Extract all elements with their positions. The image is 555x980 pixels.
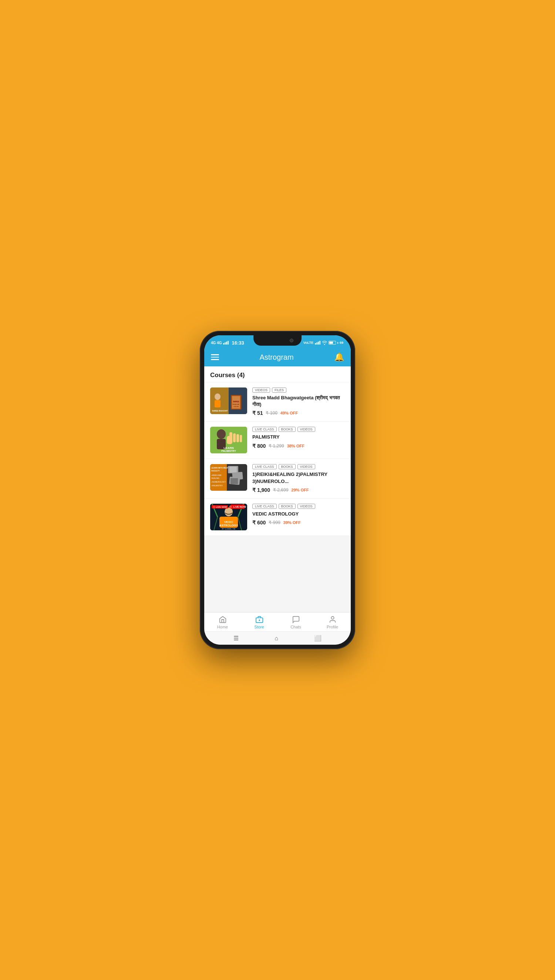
system-menu-button[interactable]: ☰ — [233, 635, 239, 642]
courses-list: SHREE BHAGVAT GEETA SHREE BHAGVAT — [204, 382, 351, 536]
svg-point-14 — [217, 429, 226, 439]
course-price: ₹ 1,900 ₹ 2,699 29% OFF — [252, 487, 345, 493]
courses-heading: Courses (4) — [210, 372, 245, 379]
svg-rect-32 — [229, 467, 237, 473]
courses-section-header: Courses (4) — [204, 366, 351, 382]
tag-liveclass: LIVE CLASS — [252, 427, 277, 432]
home-icon — [219, 616, 227, 624]
svg-text:SHREE: SHREE — [233, 401, 239, 403]
battery-tip — [337, 342, 338, 344]
thumb-art: LEARN WITH BEST FACULTY +REIKI AND HEALI… — [210, 464, 247, 491]
profile-icon — [329, 616, 337, 624]
course-item[interactable]: 🔴 LIVE NOW VEDIC ASTROLOGY BY UJJWAL VID… — [204, 499, 351, 536]
nav-item-home[interactable]: Home — [204, 616, 241, 629]
svg-point-9 — [215, 393, 221, 400]
price-discount: 39% OFF — [284, 520, 301, 525]
nav-label-home: Home — [217, 625, 228, 629]
nav-item-profile[interactable]: Profile — [314, 616, 351, 629]
volte: VoLTE — [303, 341, 313, 345]
nav-item-store[interactable]: Store — [241, 616, 278, 629]
phone-screen: 4G 4G 16:33 VoLTE — [204, 335, 351, 645]
signal-bars — [223, 341, 229, 345]
price-discount: 38% OFF — [287, 444, 305, 448]
course-name: Shree Madd Bhagwatgeeta (श्रीमद् भगवत गी… — [252, 395, 345, 408]
notification-bell-icon[interactable]: 🔔 — [334, 352, 344, 362]
tag-liveclass: LIVE CLASS — [252, 464, 277, 469]
course-thumbnail: SHREE BHAGVAT GEETA SHREE BHAGVAT — [210, 388, 247, 414]
tag-books: BOOKS — [279, 464, 296, 469]
tag-books: BOOKS — [279, 427, 296, 432]
svg-text:HEALING: HEALING — [211, 477, 220, 479]
course-info: VIDEOS FILES Shree Madd Bhagwatgeeta (श्… — [252, 388, 345, 416]
course-item[interactable]: SHREE BHAGVAT GEETA SHREE BHAGVAT — [204, 382, 351, 422]
svg-text:VEDIC: VEDIC — [224, 520, 233, 524]
hamburger-menu-button[interactable] — [211, 354, 219, 360]
course-item[interactable]: LEARN PALMISTRY LIVE CLASS BOOKS VIDEOS … — [204, 422, 351, 459]
battery-level: 69 — [340, 341, 343, 345]
nav-label-store: Store — [254, 625, 264, 629]
svg-rect-18 — [236, 434, 239, 442]
battery-fill — [329, 342, 333, 344]
course-thumbnail: LEARN PALMISTRY — [210, 427, 247, 453]
price-current: ₹ 800 — [252, 443, 266, 449]
time: 16:33 — [232, 340, 244, 346]
app-header: Astrogram 🔔 — [204, 349, 351, 366]
svg-text:PALMISTRY: PALMISTRY — [221, 450, 236, 452]
svg-text:+REIKI AND: +REIKI AND — [211, 474, 221, 476]
svg-text:+NUMEROLOGY: +NUMEROLOGY — [211, 481, 226, 483]
svg-text:GEETA: GEETA — [233, 406, 239, 407]
content-area: Courses (4) — [204, 366, 351, 612]
course-info: LIVE CLASS BOOKS VIDEOS 1)REIKI&HEALING … — [252, 464, 345, 492]
course-tags: LIVE CLASS BOOKS VIDEOS — [252, 427, 345, 432]
store-icon — [255, 616, 263, 624]
svg-rect-17 — [233, 433, 236, 442]
course-tags: LIVE CLASS BOOKS VIDEOS — [252, 464, 345, 469]
course-info: LIVE CLASS BOOKS VIDEOS PALMISTRY ₹ 800 … — [252, 427, 345, 449]
tag-videos: VIDEOS — [252, 388, 270, 393]
price-original: ₹ 2,699 — [273, 488, 288, 492]
price-current: ₹ 51 — [252, 410, 263, 416]
wifi-icon — [322, 341, 327, 345]
status-left: 4G 4G 16:33 — [211, 340, 244, 346]
course-name: 1)REIKI&HEALING 2)PALMISTRY 3)NUMEROLO..… — [252, 471, 345, 484]
price-current: ₹ 1,900 — [252, 487, 270, 493]
tag-files: FILES — [272, 388, 286, 393]
nav-label-profile: Profile — [327, 625, 338, 629]
svg-text:+PALMISTRY: +PALMISTRY — [211, 484, 223, 487]
course-price: ₹ 600 ₹ 999 39% OFF — [252, 520, 345, 526]
svg-rect-10 — [215, 400, 221, 407]
course-price: ₹ 800 ₹ 1,299 38% OFF — [252, 443, 345, 449]
phone-frame: 4G 4G 16:33 VoLTE — [200, 331, 355, 649]
course-name: VEDIC ASTROLOGY — [252, 511, 345, 517]
course-price: ₹ 51 ₹ 100 49% OFF — [252, 410, 345, 416]
svg-rect-19 — [240, 435, 242, 442]
nav-item-chats[interactable]: Chats — [278, 616, 314, 629]
course-tags: LIVE CLASS BOOKS VIDEOS — [252, 504, 345, 509]
thumb-art: SHREE BHAGVAT GEETA SHREE BHAGVAT — [210, 388, 247, 414]
price-original: ₹ 100 — [266, 411, 277, 415]
bottom-navigation: Home Store Chats — [204, 612, 351, 631]
price-discount: 49% OFF — [281, 411, 298, 415]
nav-label-chats: Chats — [290, 625, 301, 629]
tag-books: BOOKS — [279, 504, 296, 509]
thumb-art: LEARN PALMISTRY — [210, 427, 247, 453]
course-tags: VIDEOS FILES — [252, 388, 345, 393]
price-original: ₹ 1,299 — [269, 443, 284, 449]
system-back-button[interactable]: ⬜ — [314, 635, 322, 642]
course-item[interactable]: LEARN WITH BEST FACULTY +REIKI AND HEALI… — [204, 459, 351, 498]
network-type: 4G 4G — [211, 341, 221, 345]
notch — [253, 335, 302, 346]
camera — [290, 338, 294, 342]
battery-body — [329, 341, 336, 345]
system-home-button[interactable]: ⌂ — [274, 635, 278, 642]
live-badge: 🔴 LIVE NOW — [212, 505, 228, 508]
svg-rect-20 — [227, 436, 233, 444]
tag-liveclass: LIVE CLASS — [252, 504, 277, 509]
svg-text:BHAGVAT: BHAGVAT — [233, 403, 240, 405]
svg-text:SHREE BHAGVAT: SHREE BHAGVAT — [212, 410, 228, 412]
status-right: VoLTE 69 — [303, 341, 343, 345]
svg-text:LEARN WITH BEST: LEARN WITH BEST — [211, 467, 228, 469]
svg-point-51 — [331, 617, 334, 619]
tag-videos: VIDEOS — [297, 504, 315, 509]
price-discount: 29% OFF — [291, 488, 309, 492]
